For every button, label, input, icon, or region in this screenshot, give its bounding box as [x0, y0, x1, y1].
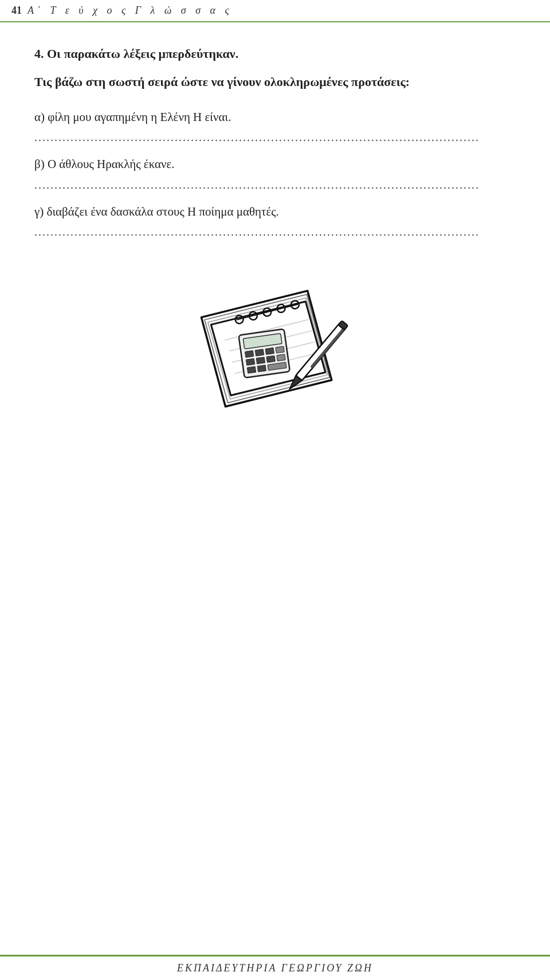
svg-rect-19 [277, 354, 285, 361]
svg-rect-21 [257, 365, 266, 372]
top-header: 41 Α΄ Τ ε ύ χ ο ς Γ λ ώ σ σ α ς [0, 0, 550, 22]
question-title-line2: Τις βάζω στη σωστή σειρά ώστε να γίνουν … [34, 73, 516, 91]
svg-rect-15 [276, 346, 284, 353]
dots-line-a: ........................................… [34, 131, 516, 144]
question-title-line1: 4. Οι παρακάτω λέξεις μπερδεύτηκαν. [34, 45, 516, 63]
svg-rect-14 [265, 348, 274, 355]
svg-rect-17 [256, 357, 265, 364]
svg-rect-12 [245, 351, 254, 358]
dots-line-b: ........................................… [34, 178, 516, 192]
sub-question-c: γ) διαβάζει ένα δασκάλα στους Η ποίημα μ… [34, 203, 516, 221]
illustration-container [34, 273, 516, 422]
svg-rect-13 [255, 349, 264, 356]
svg-rect-20 [247, 366, 256, 373]
page-number: 41 [11, 5, 22, 17]
footer-text: ΕΚΠΑΙΔΕΥΤΗΡΙΑ ΓΕΩΡΓΙΟΥ ΖΩΗ [177, 962, 373, 974]
main-content: 4. Οι παρακάτω λέξεις μπερδεύτηκαν. Τις … [0, 22, 550, 955]
svg-rect-18 [266, 356, 275, 362]
page-container: 41 Α΄ Τ ε ύ χ ο ς Γ λ ώ σ σ α ς 4. Οι πα… [0, 0, 550, 980]
sub-question-a: α) φίλη μου αγαπημένη η Ελένη Η είναι. [34, 108, 516, 127]
notebook-illustration [189, 273, 361, 422]
dots-line-c: ........................................… [34, 225, 516, 239]
bottom-footer: ΕΚΠΑΙΔΕΥΤΗΡΙΑ ΓΕΩΡΓΙΟΥ ΖΩΗ [0, 955, 550, 980]
sub-question-b: β) Ο άθλους Ηρακλής έκανε. [34, 155, 516, 174]
header-title: Α΄ Τ ε ύ χ ο ς Γ λ ώ σ σ α ς [28, 5, 233, 17]
svg-rect-16 [246, 358, 254, 365]
